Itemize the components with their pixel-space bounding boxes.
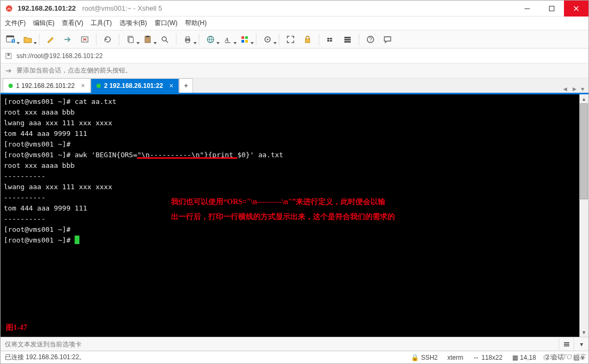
svg-rect-30 xyxy=(344,41,351,43)
title-subtitle: root@vms001:~ - Xshell 5 xyxy=(82,4,162,12)
svg-rect-26 xyxy=(327,40,329,42)
scroll-thumb[interactable] xyxy=(580,103,588,199)
fullscreen-button[interactable] xyxy=(284,33,297,46)
tab-2[interactable]: 2 192.168.26.101:22 × xyxy=(91,78,179,93)
lock-icon: 🔒 xyxy=(411,354,419,361)
minimize-button[interactable] xyxy=(515,1,539,17)
compose-bar: ▾ xyxy=(1,337,588,351)
svg-rect-2 xyxy=(550,6,554,11)
menu-file[interactable]: 文件(F) xyxy=(5,19,26,28)
history-button[interactable] xyxy=(559,337,574,351)
bookmark-icon[interactable] xyxy=(5,52,12,60)
status-dot-icon xyxy=(9,84,13,88)
font-button[interactable]: A xyxy=(221,33,235,46)
find-button[interactable] xyxy=(158,33,172,46)
title-host: 192.168.26.101:22 xyxy=(18,4,76,12)
watermark: @51CTO博客 xyxy=(543,352,586,362)
new-session-button[interactable] xyxy=(4,33,18,46)
hint-text: 要添加当前会话，点击左侧的箭头按钮。 xyxy=(17,66,132,75)
tab-nav: ◄ ► ▾ xyxy=(562,85,588,93)
encoding-button[interactable] xyxy=(204,33,217,46)
svg-rect-35 xyxy=(564,342,569,343)
annotation-text: 我们也可以使用“ORS="\n----------\n"”来进行定义，此时便会以… xyxy=(171,195,502,224)
svg-rect-28 xyxy=(344,37,351,38)
session-hint-bar: 要添加当前会话，点击左侧的箭头按钮。 xyxy=(1,63,588,78)
svg-rect-4 xyxy=(6,36,14,37)
menu-view[interactable]: 查看(V) xyxy=(62,19,83,28)
toolbar-separator xyxy=(319,34,319,45)
open-button[interactable] xyxy=(21,33,35,46)
svg-rect-20 xyxy=(245,40,248,43)
new-tab-button[interactable]: + xyxy=(179,78,193,93)
app-window: 192.168.26.101:22 root@vms001:~ - Xshell… xyxy=(0,0,589,364)
svg-rect-1 xyxy=(525,9,530,9)
toolbar-separator xyxy=(279,34,279,45)
status-protocol: 🔒SSH2 xyxy=(411,354,438,361)
toolbar-separator xyxy=(256,34,256,45)
toolbar: A ? xyxy=(1,30,588,48)
tab-list-icon[interactable]: ▾ xyxy=(581,85,584,93)
tab-close-icon[interactable]: × xyxy=(81,82,85,90)
window-controls xyxy=(515,1,588,17)
ascii-button[interactable] xyxy=(324,33,337,46)
menu-edit[interactable]: 编辑(E) xyxy=(33,19,54,28)
reconnect-button[interactable] xyxy=(101,33,115,46)
disconnect-button[interactable] xyxy=(78,33,92,46)
run-script-button[interactable] xyxy=(261,33,275,46)
menu-help[interactable]: 帮助(H) xyxy=(185,19,207,28)
color-button[interactable] xyxy=(238,33,252,46)
help-button[interactable]: ? xyxy=(364,33,377,46)
svg-rect-14 xyxy=(186,41,189,43)
grid-icon: ▦ xyxy=(512,354,518,361)
toolbar-separator xyxy=(199,34,199,45)
print-button[interactable] xyxy=(181,33,195,46)
target-dropdown[interactable]: ▾ xyxy=(574,337,588,351)
connect-button[interactable] xyxy=(61,33,75,46)
tab-next-icon[interactable]: ► xyxy=(571,85,578,93)
svg-rect-19 xyxy=(241,40,244,43)
paste-button[interactable] xyxy=(141,33,155,46)
chat-button[interactable] xyxy=(381,33,394,46)
address-input[interactable] xyxy=(17,52,584,60)
svg-rect-17 xyxy=(241,36,244,39)
hex-button[interactable] xyxy=(341,33,354,46)
svg-rect-34 xyxy=(7,53,10,56)
tab-bar: 1 192.168.26.101:22 × 2 192.168.26.101:2… xyxy=(1,78,588,94)
toolbar-separator xyxy=(39,34,39,45)
svg-point-22 xyxy=(267,38,269,40)
toolbar-separator xyxy=(96,34,96,45)
svg-text:A: A xyxy=(224,36,229,43)
svg-rect-23 xyxy=(305,39,310,43)
svg-rect-10 xyxy=(146,36,149,37)
copy-button[interactable] xyxy=(124,33,138,46)
tab-label: 1 192.168.26.101:22 xyxy=(16,82,75,90)
menu-window[interactable]: 窗口(W) xyxy=(155,19,177,28)
toolbar-separator xyxy=(119,34,119,45)
add-session-icon[interactable] xyxy=(5,67,12,75)
svg-rect-13 xyxy=(186,37,189,39)
terminal-area: [root@vms001 ~]# cat aa.txt root xxx aaa… xyxy=(1,94,588,337)
svg-text:?: ? xyxy=(369,37,373,43)
menu-tabs[interactable]: 选项卡(B) xyxy=(119,19,147,28)
lock-button[interactable] xyxy=(301,33,314,46)
menu-tools[interactable]: 工具(T) xyxy=(91,19,111,28)
close-button[interactable] xyxy=(564,1,588,17)
annotation-underline xyxy=(137,157,237,159)
scroll-down-icon[interactable]: ▼ xyxy=(579,328,588,337)
menubar: 文件(F) 编辑(E) 查看(V) 工具(T) 选项卡(B) 窗口(W) 帮助(… xyxy=(1,17,588,30)
tab-close-icon[interactable]: × xyxy=(170,82,173,90)
properties-button[interactable] xyxy=(44,33,58,46)
status-bar: 已连接 192.168.26.101:22。 🔒SSH2 xterm ↔118x… xyxy=(1,351,588,363)
status-size: ↔118x22 xyxy=(473,354,502,361)
svg-rect-29 xyxy=(344,39,351,41)
maximize-button[interactable] xyxy=(539,1,564,17)
svg-rect-36 xyxy=(564,344,569,345)
scroll-up-icon[interactable]: ▲ xyxy=(579,94,588,103)
compose-input[interactable] xyxy=(1,341,559,348)
tab-1[interactable]: 1 192.168.26.101:22 × xyxy=(3,78,91,93)
status-term: xterm xyxy=(447,354,463,361)
tab-prev-icon[interactable]: ◄ xyxy=(562,85,568,93)
toolbar-separator xyxy=(359,34,359,45)
scrollbar[interactable]: ▲ ▼ xyxy=(579,94,588,337)
svg-rect-27 xyxy=(330,40,332,42)
